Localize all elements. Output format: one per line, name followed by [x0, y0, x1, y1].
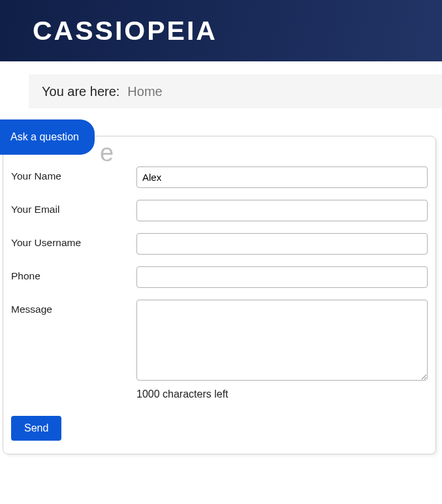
username-input[interactable]	[136, 233, 428, 255]
email-label: Your Email	[11, 200, 136, 215]
form-row-phone: Phone	[11, 266, 428, 288]
breadcrumb-prefix: You are here:	[42, 84, 119, 99]
email-input[interactable]	[136, 200, 428, 221]
page-title-fragment: e	[100, 139, 114, 167]
form-row-email: Your Email	[11, 200, 428, 221]
message-label: Message	[11, 300, 136, 315]
username-label: Your Username	[11, 233, 136, 249]
brand-logo: CASSIOPEIA	[33, 16, 217, 46]
contact-form-card: e Your Name Your Email Your Username Pho…	[3, 136, 436, 454]
name-input[interactable]	[136, 166, 428, 188]
message-textarea[interactable]	[136, 300, 428, 381]
form-row-message: Message	[11, 300, 428, 383]
name-label: Your Name	[11, 166, 136, 182]
char-count: 1000 characters left	[136, 388, 428, 400]
phone-input[interactable]	[136, 266, 428, 288]
breadcrumb: You are here: Home	[29, 74, 442, 108]
form-row-name: Your Name	[11, 166, 428, 188]
breadcrumb-home-link[interactable]: Home	[127, 84, 162, 99]
site-header: CASSIOPEIA	[0, 0, 442, 61]
form-row-username: Your Username	[11, 233, 428, 255]
ask-question-tab[interactable]: Ask a question	[0, 119, 95, 155]
send-button[interactable]: Send	[11, 416, 61, 441]
phone-label: Phone	[11, 266, 136, 282]
